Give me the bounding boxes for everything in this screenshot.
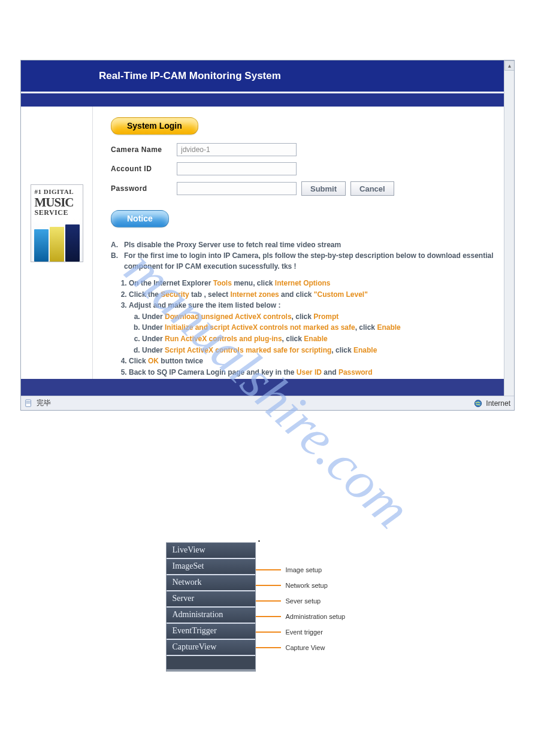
substeps: Under Download unsigned ActiveX controls… bbox=[142, 311, 496, 356]
step-keyword: Enable bbox=[304, 335, 327, 343]
substep-b: Under Initialize and script ActiveX cont… bbox=[142, 322, 496, 333]
scrollbar-up-icon[interactable]: ▴ bbox=[504, 60, 514, 71]
menu-column: LiveView ImageSet Network Server Adminis… bbox=[166, 542, 256, 672]
label-camera-name: Camera Name bbox=[111, 145, 177, 154]
menu-figure: . LiveView ImageSet Network Server Admin… bbox=[166, 542, 370, 684]
ad-text: #1 DIGITAL MUSIC SERVICE bbox=[31, 185, 83, 217]
label-password: Password bbox=[111, 184, 177, 193]
step-2: Click the Security tab , select Internet… bbox=[129, 289, 496, 300]
callout-label: Administration setup bbox=[286, 613, 346, 620]
callout-imageset: Image setup bbox=[256, 566, 322, 573]
notice-steps: On the Internet Explorer Tools menu, cli… bbox=[129, 278, 496, 378]
callout-server: Sever setup bbox=[256, 597, 321, 605]
step-keyword: Enable bbox=[377, 323, 400, 332]
step-text: , click bbox=[292, 312, 314, 321]
cancel-button[interactable]: Cancel bbox=[350, 181, 394, 196]
step-keyword: Security bbox=[161, 290, 189, 299]
step-text: , click bbox=[355, 323, 377, 332]
main-pane: System Login Camera Name Account ID Pass… bbox=[93, 107, 514, 379]
scrollbar-track[interactable] bbox=[504, 60, 514, 396]
step-3: Adjust and make sure the item listed bel… bbox=[129, 300, 496, 356]
menu-item-eventtrigger[interactable]: EventTrigger bbox=[167, 624, 255, 640]
callout-captureview: Capture View bbox=[256, 644, 325, 651]
step-text: , click bbox=[331, 346, 353, 354]
app-header: Real-Time IP-CAM Monitoring System bbox=[21, 60, 514, 92]
step-keyword: Internet Options bbox=[275, 279, 331, 287]
sidebar: #1 DIGITAL MUSIC SERVICE bbox=[21, 107, 93, 379]
zone-label: Internet bbox=[486, 399, 510, 408]
step-text: Under bbox=[142, 323, 165, 332]
step-text: , click bbox=[282, 335, 304, 343]
ad-line3: SERVICE bbox=[35, 209, 79, 217]
substep-c: Under Run ActiveX controls and plug-ins,… bbox=[142, 333, 496, 345]
step-keyword: Prompt bbox=[313, 312, 338, 321]
submit-button[interactable]: Submit bbox=[301, 181, 346, 196]
input-password[interactable] bbox=[177, 182, 297, 195]
menu-callouts: Image setup Network setup Sever setup Ad… bbox=[256, 542, 364, 672]
step-text: tab , select bbox=[189, 290, 231, 299]
step-keyword: Custom Level bbox=[314, 290, 368, 299]
step-keyword: Run ActiveX controls and plug-ins bbox=[165, 335, 282, 343]
substep-a: Under Download unsigned ActiveX controls… bbox=[142, 311, 496, 323]
step-keyword: Script ActiveX controls marked safe for … bbox=[165, 346, 331, 354]
menu-item-network[interactable]: Network bbox=[167, 575, 255, 591]
browser-statusbar: 完毕 Internet bbox=[21, 396, 514, 410]
menu-spacer bbox=[167, 656, 255, 669]
ad-image bbox=[31, 217, 83, 262]
step-text: Under bbox=[142, 312, 165, 321]
input-camera-name[interactable] bbox=[177, 143, 297, 156]
step-5: Back to SQ IP Camera Login page and key … bbox=[129, 367, 496, 378]
step-keyword: OK bbox=[148, 357, 159, 365]
row-account-id: Account ID bbox=[111, 162, 496, 175]
callout-line-icon bbox=[256, 647, 281, 648]
badge-system-login: System Login bbox=[111, 117, 198, 135]
step-1: On the Internet Explorer Tools menu, cli… bbox=[129, 278, 496, 289]
callout-label: Image setup bbox=[286, 566, 322, 573]
step-text: and bbox=[322, 368, 338, 377]
browser-window: Real-Time IP-CAM Monitoring System #1 DI… bbox=[20, 60, 515, 411]
menu-item-server[interactable]: Server bbox=[167, 591, 255, 608]
album-cover-icon bbox=[34, 229, 49, 262]
row-password: Password Submit Cancel bbox=[111, 181, 496, 196]
callout-administration: Administration setup bbox=[256, 613, 346, 620]
label-account-id: Account ID bbox=[111, 165, 177, 173]
step-keyword: User ID bbox=[297, 368, 322, 377]
badge-notice: Notice bbox=[111, 210, 169, 227]
step-keyword: Initialize and script ActiveX controls n… bbox=[165, 323, 355, 332]
step-keyword: Internet zones bbox=[230, 290, 279, 299]
callout-line-icon bbox=[256, 616, 281, 617]
menu-item-imageset[interactable]: ImageSet bbox=[167, 559, 255, 575]
menu-item-captureview[interactable]: CaptureView bbox=[167, 640, 255, 656]
step-keyword: Password bbox=[338, 368, 373, 377]
step-text: Under bbox=[142, 346, 165, 354]
lead-text-b: For the first ime to login into IP Camer… bbox=[124, 250, 496, 272]
callout-label: Capture View bbox=[286, 644, 325, 651]
callout-line-icon bbox=[256, 600, 281, 602]
step-text: menu, click bbox=[232, 279, 275, 287]
step-keyword: Tools bbox=[213, 279, 232, 287]
callout-label: Network setup bbox=[286, 582, 328, 589]
vertical-scrollbar[interactable]: ▴ bbox=[504, 60, 514, 396]
album-cover-icon bbox=[65, 224, 80, 262]
menu-item-administration[interactable]: Administration bbox=[167, 608, 255, 624]
substep-d: Under Script ActiveX controls marked saf… bbox=[142, 345, 496, 356]
app-viewport: Real-Time IP-CAM Monitoring System #1 DI… bbox=[21, 60, 514, 396]
album-cover-icon bbox=[50, 227, 64, 262]
ad-line1: #1 DIGITAL bbox=[35, 189, 79, 196]
step-text: button twice bbox=[159, 357, 203, 365]
step-keyword: Download unsigned ActiveX controls bbox=[165, 312, 292, 321]
footer-band bbox=[21, 379, 514, 396]
input-account-id[interactable] bbox=[177, 162, 297, 175]
step-4: Click OK button twice bbox=[129, 356, 496, 367]
menu-item-liveview[interactable]: LiveView bbox=[167, 543, 255, 559]
svg-point-1 bbox=[475, 400, 482, 406]
step-keyword: Enable bbox=[353, 346, 377, 354]
callout-line-icon bbox=[256, 631, 281, 633]
step-text: and click bbox=[279, 290, 314, 299]
step-text: On the Internet Explorer bbox=[129, 279, 213, 287]
step-text: Back to SQ IP Camera Login page and key … bbox=[129, 368, 297, 377]
step-text: Click bbox=[129, 357, 148, 365]
callout-label: Sever setup bbox=[286, 597, 321, 605]
callout-network: Network setup bbox=[256, 582, 328, 589]
ad-line2: MUSIC bbox=[35, 196, 79, 209]
